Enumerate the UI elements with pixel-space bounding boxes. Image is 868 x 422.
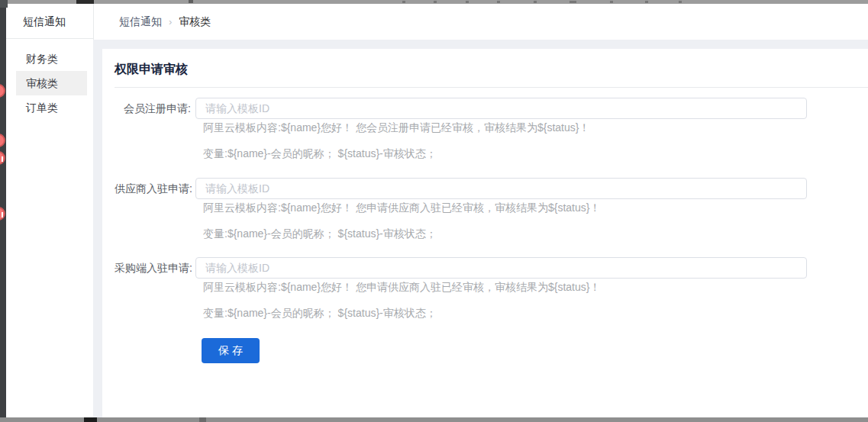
top-edge-mark xyxy=(189,0,193,3)
window-top-edge xyxy=(0,0,868,4)
supplier-entry-template-id-input[interactable] xyxy=(195,178,807,199)
template-content-note: 阿里云模板内容:${name}您好！ 您会员注册申请已经审核，审核结果为${st… xyxy=(203,121,589,135)
template-content-note: 阿里云模板内容:${name}您好！ 您申请供应商入驻已经审核，审核结果为${s… xyxy=(203,281,600,295)
form-group-supplier-entry: 供应商入驻申请: 阿里云模板内容:${name}您好！ 您申请供应商入驻已经审核… xyxy=(102,178,868,251)
top-edge-tick xyxy=(645,1,648,3)
top-edge-tick xyxy=(466,1,469,3)
chevron-right-icon: › xyxy=(169,16,172,27)
sidebar: 短信通知 财务类 审核类 订单类 xyxy=(6,4,93,417)
purchaser-entry-label: 采购端入驻申请: xyxy=(115,257,191,279)
top-edge-tick xyxy=(679,1,682,3)
window-corner xyxy=(0,0,8,8)
save-button[interactable]: 保存 xyxy=(202,338,260,363)
page-title: 权限申请审核 xyxy=(115,62,188,78)
supplier-entry-label: 供应商入驻申请: xyxy=(115,178,191,199)
sidebar-title: 短信通知 xyxy=(6,4,93,39)
purchaser-entry-template-id-input[interactable] xyxy=(195,257,807,279)
breadcrumb: 短信通知›审核类 xyxy=(94,4,868,40)
notification-badge xyxy=(0,151,5,165)
app-window: 短信通知 财务类 审核类 订单类 短信通知›审核类 权限申请审核 会员注册申请:… xyxy=(0,0,868,422)
form-group-purchaser-entry: 采购端入驻申请: 阿里云模板内容:${name}您好！ 您申请供应商入驻已经审核… xyxy=(102,257,868,330)
variables-note: 变量:${name}-会员的昵称； ${status}-审核状态； xyxy=(203,147,437,161)
title-divider xyxy=(115,87,868,88)
top-edge-tick xyxy=(402,1,405,3)
member-register-label: 会员注册申请: xyxy=(115,98,191,119)
content-card: 权限申请审核 会员注册申请: 阿里云模板内容:${name}您好！ 您会员注册申… xyxy=(102,49,868,417)
bottom-edge-mark xyxy=(84,417,97,422)
bottom-edge-mark xyxy=(199,417,206,422)
template-content-note: 阿里云模板内容:${name}您好！ 您申请供应商入驻已经审核，审核结果为${s… xyxy=(203,201,600,215)
sidebar-item-audit[interactable]: 审核类 xyxy=(16,71,87,95)
breadcrumb-item-sms-notice[interactable]: 短信通知 xyxy=(119,15,162,27)
window-bottom-edge xyxy=(0,417,868,422)
top-edge-tick xyxy=(570,1,576,3)
variables-note: 变量:${name}-会员的昵称； ${status}-审核状态； xyxy=(203,307,437,321)
notification-badge xyxy=(0,207,5,221)
top-edge-mark xyxy=(76,0,94,4)
top-edge-tick xyxy=(610,1,613,3)
breadcrumb-bar: 短信通知›审核类 xyxy=(93,4,868,40)
top-edge-tick xyxy=(534,1,537,3)
breadcrumb-item-audit: 审核类 xyxy=(179,15,211,27)
left-edge-strip xyxy=(0,0,6,422)
form-group-member-register: 会员注册申请: 阿里云模板内容:${name}您好！ 您会员注册申请已经审核，审… xyxy=(102,98,868,171)
top-edge-tick xyxy=(497,1,500,3)
top-edge-tick xyxy=(434,1,437,3)
notification-badge xyxy=(0,134,5,147)
member-register-template-id-input[interactable] xyxy=(195,98,807,119)
variables-note: 变量:${name}-会员的昵称； ${status}-审核状态； xyxy=(203,227,437,241)
sidebar-item-order[interactable]: 订单类 xyxy=(16,95,87,120)
sidebar-item-finance[interactable]: 财务类 xyxy=(16,47,87,71)
notification-badge xyxy=(0,84,5,98)
sidebar-menu: 财务类 审核类 订单类 xyxy=(6,39,93,120)
